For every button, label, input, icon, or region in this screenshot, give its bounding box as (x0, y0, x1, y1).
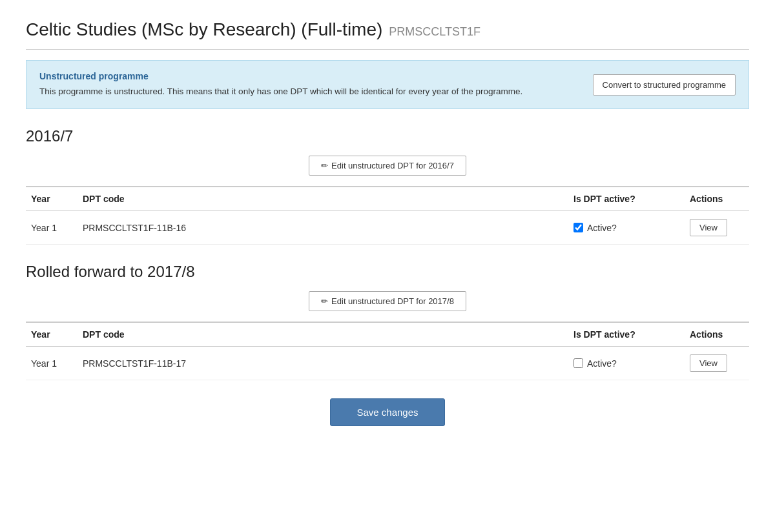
col-header-active-2: Is DPT active? (568, 322, 685, 347)
table-row: Year 1 PRMSCCLTST1F-11B-17 Active? View (26, 347, 749, 380)
cell-year: Year 1 (26, 211, 78, 245)
col-header-dpt-2: DPT code (78, 322, 568, 347)
view-button-2016[interactable]: View (690, 219, 727, 236)
banner-title: Unstructured programme (39, 71, 577, 81)
table-header-row-2: Year DPT code Is DPT active? Actions (26, 322, 749, 347)
section-2017: Rolled forward to 2017/8 ✏Edit unstructu… (26, 263, 749, 380)
cell-active: Active? (568, 211, 685, 245)
edit-dpt-button-2017[interactable]: ✏Edit unstructured DPT for 2017/8 (309, 291, 466, 311)
unstructured-programme-banner: Unstructured programme This programme is… (26, 60, 749, 109)
convert-to-structured-button[interactable]: Convert to structured programme (593, 74, 736, 96)
cell-actions-2: View (685, 347, 749, 380)
cell-year-2: Year 1 (26, 347, 78, 380)
col-header-year-2: Year (26, 322, 78, 347)
section-year-2016: 2016/7 (26, 127, 749, 145)
active-checkbox-2017[interactable] (574, 358, 583, 368)
programme-code: PRMSCCLTST1F (389, 25, 480, 38)
pencil-icon: ✏ (321, 161, 328, 170)
col-header-active: Is DPT active? (568, 187, 685, 211)
cell-actions: View (685, 211, 749, 245)
table-row: Year 1 PRMSCCLTST1F-11B-16 Active? View (26, 211, 749, 245)
banner-body: This programme is unstructured. This mea… (39, 85, 577, 98)
section-year-2017: Rolled forward to 2017/8 (26, 263, 749, 281)
active-text-2016: Active? (587, 223, 617, 233)
cell-dpt-code-2: PRMSCCLTST1F-11B-17 (78, 347, 568, 380)
dpt-table-2017: Year DPT code Is DPT active? Actions Yea… (26, 322, 749, 380)
active-text-2017: Active? (587, 358, 617, 369)
pencil-icon-2: ✏ (321, 296, 328, 306)
cell-dpt-code: PRMSCCLTST1F-11B-16 (78, 211, 568, 245)
active-checkbox-2016[interactable] (574, 223, 583, 232)
banner-text: Unstructured programme This programme is… (39, 71, 577, 98)
col-header-year: Year (26, 187, 78, 211)
active-label-2016: Active? (574, 223, 679, 233)
page-title: Celtic Studies (MSc by Research) (Full-t… (26, 19, 749, 50)
col-header-actions-2: Actions (685, 322, 749, 347)
view-button-2017[interactable]: View (690, 354, 727, 372)
save-changes-button[interactable]: Save changes (330, 398, 444, 426)
edit-dpt-button-2016[interactable]: ✏Edit unstructured DPT for 2016/7 (309, 156, 466, 176)
active-label-2017: Active? (574, 358, 679, 369)
section-2016: 2016/7 ✏Edit unstructured DPT for 2016/7… (26, 127, 749, 245)
dpt-table-2016: Year DPT code Is DPT active? Actions Yea… (26, 186, 749, 245)
col-header-actions: Actions (685, 187, 749, 211)
table-header-row: Year DPT code Is DPT active? Actions (26, 187, 749, 211)
edit-dpt-area-2016: ✏Edit unstructured DPT for 2016/7 (26, 156, 749, 176)
edit-dpt-area-2017: ✏Edit unstructured DPT for 2017/8 (26, 291, 749, 311)
save-area: Save changes (26, 398, 749, 426)
cell-active-2: Active? (568, 347, 685, 380)
col-header-dpt: DPT code (78, 187, 568, 211)
